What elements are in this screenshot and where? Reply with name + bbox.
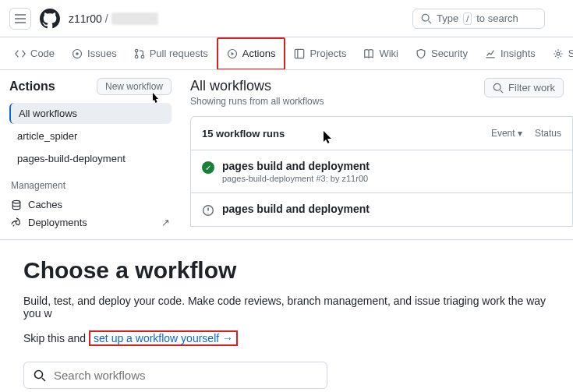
tab-insights-label: Insights (500, 48, 536, 59)
gear-icon (553, 48, 564, 59)
tab-projects[interactable]: Projects (285, 37, 355, 70)
menu-button[interactable] (9, 8, 31, 30)
svg-point-12 (35, 370, 43, 378)
setup-workflow-link-text: set up a workflow yourself (94, 332, 219, 344)
shield-icon (416, 48, 426, 59)
filter-workflows-button[interactable]: Filter work (484, 78, 564, 97)
content-subtitle: Showing runs from all workflows (190, 96, 324, 107)
issues-icon (72, 48, 83, 59)
play-circle-icon (227, 48, 238, 59)
tab-pulls[interactable]: Pull requests (126, 37, 217, 70)
tab-code-label: Code (30, 48, 55, 59)
workflow-search[interactable] (23, 362, 327, 389)
sidebar-deployments[interactable]: Deployments ↗ (9, 214, 172, 231)
run-title: pages build and deployment (222, 160, 370, 172)
cursor-pointer-icon (150, 92, 161, 106)
book-icon (363, 48, 374, 59)
choose-workflow-desc: Build, test, and deploy your code. Make … (23, 295, 550, 320)
tab-pulls-label: Pull requests (150, 48, 208, 59)
search-icon (493, 83, 504, 94)
global-search[interactable]: Type / to search (412, 9, 545, 29)
filter-button-label: Filter work (508, 82, 555, 94)
choose-workflow-heading: Choose a workflow (23, 257, 550, 284)
tab-wiki-label: Wiki (379, 48, 398, 59)
sidebar-deployments-label: Deployments (28, 217, 87, 228)
external-link-icon: ↗ (161, 217, 170, 228)
rocket-icon (11, 217, 22, 228)
tab-actions-label: Actions (242, 48, 276, 59)
graph-icon (485, 48, 496, 59)
breadcrumb-separator: / (105, 12, 108, 25)
svg-point-9 (12, 200, 20, 203)
content-title: All workflows (190, 78, 324, 94)
tab-settings-label: Settings (568, 48, 573, 59)
arrow-right-icon: → (222, 332, 233, 344)
svg-point-2 (76, 52, 79, 55)
project-icon (294, 48, 305, 59)
tab-settings[interactable]: Settings (544, 37, 573, 70)
tab-code[interactable]: Code (6, 37, 63, 70)
repo-tabs: Code Issues Pull requests Actions Projec… (0, 37, 573, 70)
svg-point-10 (493, 83, 500, 90)
tab-insights[interactable]: Insights (476, 37, 544, 70)
sidebar-workflow-article-spider[interactable]: article_spider (9, 125, 172, 147)
runs-count: 15 workflow runs (202, 128, 285, 139)
workflow-run[interactable]: ✓ pages build and deployment pages-build… (191, 150, 572, 193)
run-title: pages build and deployment (222, 203, 370, 215)
github-logo[interactable] (39, 8, 61, 30)
tab-issues[interactable]: Issues (63, 37, 126, 70)
repo-name-obscured (111, 12, 158, 25)
search-placeholder-suffix: to search (476, 12, 518, 24)
sidebar-caches-label: Caches (28, 199, 62, 210)
tab-wiki[interactable]: Wiki (355, 37, 407, 70)
svg-point-0 (422, 14, 429, 21)
tab-projects-label: Projects (309, 48, 346, 59)
actions-sidebar: Actions New workflow All workflows artic… (0, 70, 181, 239)
sidebar-workflow-pages-build[interactable]: pages-build-deployment (9, 148, 172, 169)
sidebar-title: Actions (9, 79, 55, 94)
workflow-run[interactable]: pages build and deployment (191, 193, 572, 226)
svg-point-4 (135, 55, 138, 58)
search-icon (421, 13, 432, 24)
run-subtitle: pages-build-deployment #3: by z11r00 (222, 174, 370, 183)
owner-link[interactable]: z11r00 (69, 12, 102, 25)
breadcrumb: z11r00 / (69, 12, 158, 25)
filter-event[interactable]: Event ▾ (491, 128, 522, 139)
tab-issues-label: Issues (87, 48, 117, 59)
code-icon (15, 48, 26, 59)
search-placeholder-prefix: Type (437, 12, 458, 24)
svg-point-5 (141, 55, 144, 58)
filter-status[interactable]: Status (535, 128, 561, 139)
svg-rect-7 (295, 49, 304, 58)
tab-security-label: Security (431, 48, 468, 59)
workflow-search-input[interactable] (54, 369, 317, 382)
skip-prefix: Skip this and (23, 332, 86, 344)
tab-security[interactable]: Security (407, 37, 476, 70)
svg-point-3 (135, 49, 138, 52)
svg-point-8 (557, 52, 560, 55)
sidebar-caches[interactable]: Caches (9, 196, 172, 214)
cursor-arrow-icon (324, 131, 333, 145)
status-success-icon: ✓ (202, 161, 214, 174)
tab-actions[interactable]: Actions (217, 37, 286, 70)
git-pull-request-icon (134, 48, 145, 59)
sidebar-all-workflows[interactable]: All workflows (9, 103, 172, 124)
sidebar-management-group: Management (11, 180, 172, 191)
search-kbd: / (463, 12, 472, 25)
setup-workflow-link[interactable]: set up a workflow yourself → (94, 332, 233, 344)
status-info-icon (202, 204, 214, 217)
database-icon (11, 200, 22, 210)
search-icon (34, 369, 46, 382)
